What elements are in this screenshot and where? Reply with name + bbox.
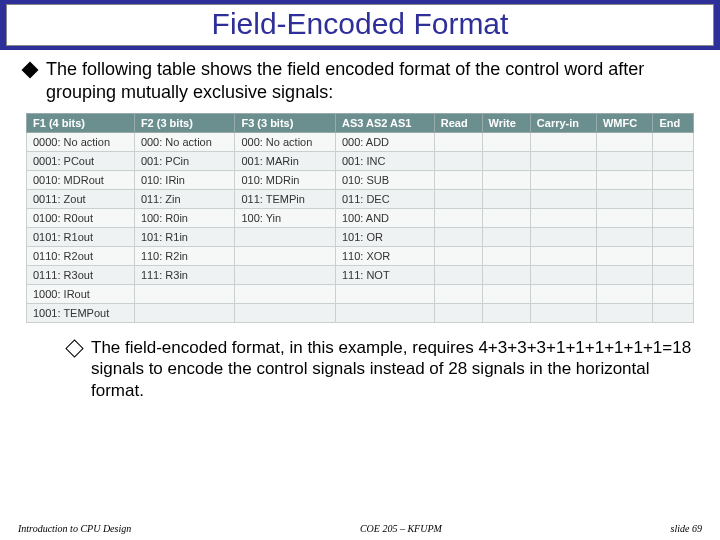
table-cell: 000: No action — [235, 133, 336, 152]
table-cell: 010: SUB — [335, 171, 434, 190]
table-cell — [134, 304, 235, 323]
table-cell — [596, 171, 653, 190]
diamond-icon — [22, 62, 39, 79]
table-cell — [530, 152, 596, 171]
table-cell — [434, 209, 482, 228]
table-cell — [653, 133, 694, 152]
table-cell: 110: R2in — [134, 247, 235, 266]
column-header: Read — [434, 114, 482, 133]
table-cell: 0101: R1out — [27, 228, 135, 247]
table-row: 1001: TEMPout — [27, 304, 694, 323]
table-cell — [596, 266, 653, 285]
table-row: 0101: R1out101: R1in101: OR — [27, 228, 694, 247]
table-cell — [235, 304, 336, 323]
table-cell — [530, 304, 596, 323]
table-row: 0011: Zout011: Zin011: TEMPin011: DEC — [27, 190, 694, 209]
table-cell — [482, 171, 530, 190]
table-cell: 0000: No action — [27, 133, 135, 152]
table-cell — [653, 247, 694, 266]
table-cell: 0100: R0out — [27, 209, 135, 228]
table-cell — [434, 133, 482, 152]
table-cell — [235, 228, 336, 247]
column-header: AS3 AS2 AS1 — [335, 114, 434, 133]
summary-text: The field-encoded format, in this exampl… — [91, 337, 700, 401]
table-cell: 0110: R2out — [27, 247, 135, 266]
table-row: 0111: R3out111: R3in111: NOT — [27, 266, 694, 285]
table-cell — [530, 285, 596, 304]
table-row: 1000: IRout — [27, 285, 694, 304]
table-cell: 111: NOT — [335, 266, 434, 285]
table-cell — [653, 266, 694, 285]
summary-bullet: The field-encoded format, in this exampl… — [68, 337, 700, 401]
table-cell — [482, 133, 530, 152]
column-header: F3 (3 bits) — [235, 114, 336, 133]
table-cell — [482, 247, 530, 266]
column-header: F2 (3 bits) — [134, 114, 235, 133]
table-cell: 100: AND — [335, 209, 434, 228]
table-cell — [653, 285, 694, 304]
table-cell: 100: R0in — [134, 209, 235, 228]
table-cell — [596, 304, 653, 323]
intro-bullet: The following table shows the field enco… — [20, 58, 700, 103]
table-cell — [530, 190, 596, 209]
table-cell — [482, 228, 530, 247]
table-cell — [530, 266, 596, 285]
table-cell — [434, 285, 482, 304]
column-header: Carry-in — [530, 114, 596, 133]
table-cell — [653, 304, 694, 323]
table-cell: 0010: MDRout — [27, 171, 135, 190]
table-cell — [434, 266, 482, 285]
table-cell: 011: DEC — [335, 190, 434, 209]
table-cell — [530, 133, 596, 152]
table-cell — [596, 133, 653, 152]
footer-right: slide 69 — [671, 523, 702, 534]
table-cell — [482, 304, 530, 323]
table-cell: 0111: R3out — [27, 266, 135, 285]
table-cell — [596, 190, 653, 209]
table-cell — [596, 285, 653, 304]
table-cell — [134, 285, 235, 304]
table-cell — [482, 152, 530, 171]
table-row: 0010: MDRout010: IRin010: MDRin010: SUB — [27, 171, 694, 190]
hollow-diamond-icon — [65, 339, 83, 357]
table-cell — [653, 171, 694, 190]
footer-center: COE 205 – KFUPM — [360, 523, 442, 534]
table-cell: 101: R1in — [134, 228, 235, 247]
table-cell — [434, 228, 482, 247]
table-cell: 001: PCin — [134, 152, 235, 171]
encoding-table: F1 (4 bits)F2 (3 bits)F3 (3 bits)AS3 AS2… — [26, 113, 694, 323]
footer-left: Introduction to CPU Design — [18, 523, 131, 534]
table-cell: 010: IRin — [134, 171, 235, 190]
footer: Introduction to CPU Design COE 205 – KFU… — [0, 523, 720, 534]
table-cell — [653, 152, 694, 171]
table-cell: 001: MARin — [235, 152, 336, 171]
table-cell: 0011: Zout — [27, 190, 135, 209]
table-cell — [653, 228, 694, 247]
table-cell — [434, 190, 482, 209]
column-header: End — [653, 114, 694, 133]
table-cell — [530, 228, 596, 247]
table-cell — [596, 209, 653, 228]
table-cell — [335, 304, 434, 323]
table-cell — [235, 266, 336, 285]
table-cell — [596, 152, 653, 171]
table-cell: 100: Yin — [235, 209, 336, 228]
table-cell: 1000: IRout — [27, 285, 135, 304]
table-cell — [482, 190, 530, 209]
table-cell — [530, 247, 596, 266]
table-cell: 000: No action — [134, 133, 235, 152]
page-title: Field-Encoded Format — [6, 4, 714, 46]
intro-text: The following table shows the field enco… — [46, 58, 700, 103]
table-cell — [482, 209, 530, 228]
table-cell — [653, 190, 694, 209]
table-cell: 010: MDRin — [235, 171, 336, 190]
table-cell — [596, 247, 653, 266]
table-cell: 011: TEMPin — [235, 190, 336, 209]
table-cell — [434, 247, 482, 266]
table-cell: 1001: TEMPout — [27, 304, 135, 323]
table-cell — [235, 285, 336, 304]
table-cell: 110: XOR — [335, 247, 434, 266]
table-cell — [434, 171, 482, 190]
table-cell: 011: Zin — [134, 190, 235, 209]
table-cell — [335, 285, 434, 304]
